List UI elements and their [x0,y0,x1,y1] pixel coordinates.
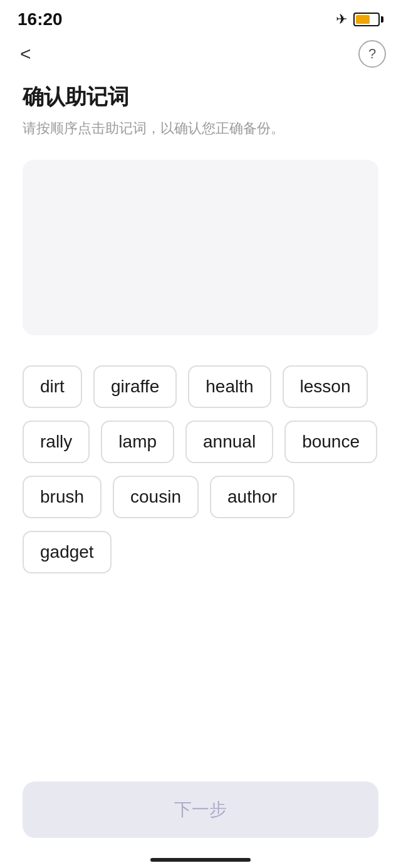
nav-bar: < ? [0,35,401,78]
chips-row-1: dirt giraffe health lesson [23,365,378,408]
help-button[interactable]: ? [358,40,386,68]
word-chips-container: dirt giraffe health lesson rally lamp an… [0,353,401,599]
chip-rally[interactable]: rally [23,421,90,463]
chips-row-3: brush cousin author [23,476,378,518]
chip-gadget[interactable]: gadget [23,531,112,573]
airplane-icon: ✈ [336,11,347,28]
chip-health[interactable]: health [188,365,271,408]
status-icons: ✈ [336,11,383,28]
chip-cousin[interactable]: cousin [113,476,199,518]
page-subtitle: 请按顺序点击助记词，以确认您正确备份。 [23,118,378,139]
chip-author[interactable]: author [210,476,294,518]
chips-row-2: rally lamp annual bounce [23,421,378,463]
page-header: 确认助记词 请按顺序点击助记词，以确认您正确备份。 [0,78,401,142]
chips-row-4: gadget [23,531,378,573]
chip-brush[interactable]: brush [23,476,102,518]
status-bar: 16:20 ✈ [0,0,401,35]
home-indicator [150,858,251,862]
chip-lesson[interactable]: lesson [283,365,368,408]
word-selection-area [23,160,378,335]
chip-bounce[interactable]: bounce [284,421,377,463]
page-title: 确认助记词 [23,83,378,112]
next-button[interactable]: 下一步 [23,782,378,838]
chip-dirt[interactable]: dirt [23,365,82,408]
next-button-container: 下一步 [23,782,378,838]
chip-giraffe[interactable]: giraffe [93,365,177,408]
status-time: 16:20 [18,9,63,29]
battery-icon [353,13,383,26]
chip-annual[interactable]: annual [185,421,273,463]
back-button[interactable]: < [15,41,36,67]
chip-lamp[interactable]: lamp [101,421,174,463]
